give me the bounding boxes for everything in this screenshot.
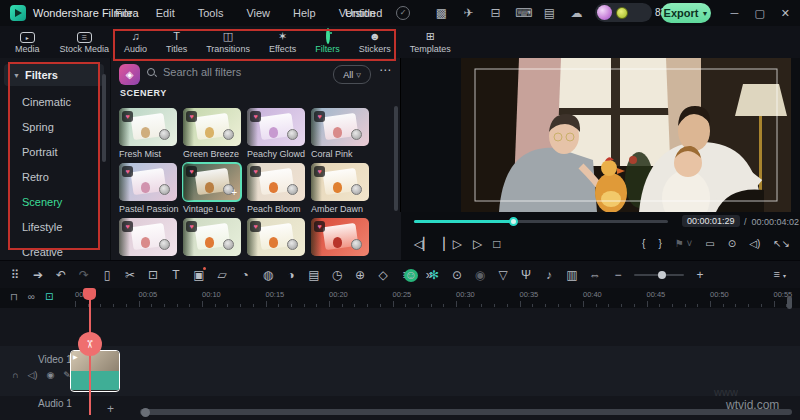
tab-audio[interactable]: ♫Audio [117, 30, 154, 54]
filter-card-pastel-passion[interactable]: ♥Pastel Passion [119, 163, 177, 214]
mask-button[interactable]: ▣ [192, 268, 206, 282]
filter-thumbnail[interactable]: ♥ [119, 163, 177, 201]
library-scrollbar[interactable] [394, 106, 398, 211]
video-clip[interactable] [70, 350, 120, 392]
sidebar-item-cinematic[interactable]: Cinematic [0, 90, 110, 115]
favorite-heart-icon[interactable]: ♥ [250, 166, 261, 177]
keyframe-button[interactable]: ◇ [376, 268, 390, 282]
favorite-heart-icon[interactable]: ♥ [314, 166, 325, 177]
link-clips-icon[interactable]: ∞ [28, 291, 35, 302]
timer-button[interactable]: ◷ [330, 268, 344, 282]
zoom-out-button[interactable]: − [611, 268, 625, 282]
stop-button[interactable]: □ [493, 237, 500, 251]
voiceover-button[interactable]: Ψ [519, 268, 533, 282]
filter-thumbnail[interactable]: ♥ [183, 218, 241, 256]
add-filter-icon[interactable]: + [231, 187, 237, 198]
playback-progress-bar[interactable] [414, 220, 668, 223]
favorite-heart-icon[interactable]: ♥ [122, 221, 133, 232]
my-media-button[interactable]: ◈ [119, 64, 140, 85]
track-visibility-icon[interactable]: ◉ [46, 370, 54, 380]
filter-thumbnail[interactable]: ♥+ [183, 163, 241, 201]
favorite-heart-icon[interactable]: ♥ [314, 111, 325, 122]
motion-track-button[interactable]: ⊕ [353, 268, 367, 282]
screen-record-button[interactable]: ▥ [565, 268, 579, 282]
favorite-heart-icon[interactable]: ♥ [250, 111, 261, 122]
account-pill[interactable] [595, 3, 652, 22]
gift-icon[interactable]: ▩ [434, 6, 449, 20]
split-button[interactable]: ✂ [123, 268, 137, 282]
playhead-pin[interactable] [83, 288, 96, 300]
tab-titles[interactable]: TTitles [159, 30, 194, 54]
favorite-heart-icon[interactable]: ♥ [186, 111, 197, 122]
favorite-heart-icon[interactable]: ♥ [186, 221, 197, 232]
shield-button[interactable]: ▽ [496, 268, 510, 282]
video-track-lane[interactable] [0, 346, 800, 396]
sidebar-header-filters[interactable]: ▼ Filters [4, 64, 104, 86]
auto-ripple-button[interactable]: ⇔ [588, 268, 602, 282]
preview-render-button[interactable]: ◉ [473, 268, 487, 282]
select-tool-icon[interactable]: ➔ [31, 268, 45, 282]
filter-card-amber-dawn[interactable]: ♥Amber Dawn [311, 163, 369, 214]
menu-help[interactable]: Help [293, 7, 316, 19]
camera-button[interactable]: ⊙ [450, 268, 464, 282]
scrollbar-handle[interactable] [141, 408, 150, 417]
timeline-vertical-scrollbar[interactable] [787, 296, 792, 309]
speed-button[interactable]: ◔ [238, 268, 252, 282]
search-box[interactable]: Search all filters [147, 66, 241, 78]
add-track-button[interactable]: + [107, 402, 114, 416]
adjust-button[interactable]: ▤ [307, 268, 321, 282]
track-mute-icon[interactable]: ◁) [27, 370, 37, 380]
favorite-heart-icon[interactable]: ♥ [186, 166, 197, 177]
ai-tools-button[interactable]: ✻ [427, 268, 441, 282]
filter-all-chip[interactable]: All▽ [333, 65, 371, 84]
filter-thumbnail[interactable]: ♥ [311, 108, 369, 146]
filter-card[interactable]: ♥ [119, 218, 177, 256]
sidebar-item-lifestyle[interactable]: Lifestyle [0, 215, 110, 240]
send-feedback-icon[interactable]: ✈ [461, 6, 476, 20]
filter-thumbnail[interactable]: ♥ [119, 108, 177, 146]
favorite-heart-icon[interactable]: ♥ [250, 221, 261, 232]
filter-card-coral-pink[interactable]: ♥Coral Pink [311, 108, 369, 159]
menu-edit[interactable]: Edit [156, 7, 175, 19]
more-options-button[interactable]: ⋯ [379, 63, 392, 77]
timeline-ruler[interactable]: ⊓∞⊡ 00:0000:0500:1000:1500:2000:2500:300… [0, 288, 800, 308]
save-icon[interactable]: ▤ [542, 6, 557, 20]
filter-card[interactable]: ♥ [247, 218, 305, 256]
avatar[interactable] [597, 5, 612, 20]
snapshot-button[interactable]: ⊙ [728, 238, 736, 249]
tab-templates[interactable]: ⊞Templates [403, 30, 458, 54]
filter-thumbnail[interactable]: ♥ [247, 108, 305, 146]
tab-transitions[interactable]: ◫Transitions [199, 30, 257, 54]
menu-view[interactable]: View [246, 7, 270, 19]
crop-button[interactable]: ⊡ [146, 268, 160, 282]
timeline-horizontal-scrollbar[interactable] [140, 409, 792, 415]
volume-button[interactable]: ◁) [749, 238, 760, 249]
duplicate-button[interactable]: ▱ [215, 268, 229, 282]
sidebar-item-spring[interactable]: Spring [0, 115, 110, 140]
zoom-in-button[interactable]: + [693, 268, 707, 282]
sidebar-item-portrait[interactable]: Portrait [0, 140, 110, 165]
previous-frame-button[interactable]: ◁▏ [414, 237, 432, 251]
fullscreen-button[interactable]: ↖↘ [773, 238, 790, 249]
close-button[interactable]: ✕ [781, 7, 790, 20]
zoom-slider[interactable] [634, 274, 684, 276]
marker-flag-button[interactable]: ⚑ ˅ [675, 238, 693, 249]
panel-layout-icon[interactable]: ⊟ [488, 6, 503, 20]
track-lock-icon[interactable]: ∩ [12, 370, 18, 380]
filter-card-green-breeze[interactable]: ♥Green Breeze [183, 108, 241, 159]
filter-card[interactable]: ♥ [311, 218, 369, 256]
filter-card-peach-bloom[interactable]: ♥Peach Bloom [247, 163, 305, 214]
tab-stock-media[interactable]: ☰Stock Media [53, 30, 117, 54]
restore-button[interactable]: ▢ [754, 7, 764, 20]
play-button[interactable]: ▷ [473, 237, 482, 251]
sidebar-scrollbar[interactable] [102, 74, 106, 162]
audio-stretch-button[interactable]: ♪ [542, 268, 556, 282]
text-tool-button[interactable]: T [169, 268, 183, 282]
export-button[interactable]: Export▼ [661, 3, 711, 23]
menu-file[interactable]: File [115, 7, 133, 19]
filter-card[interactable]: ♥ [183, 218, 241, 256]
chroma-key-button[interactable]: ◍ [261, 268, 275, 282]
menu-tools[interactable]: Tools [198, 7, 224, 19]
filter-thumbnail[interactable]: ♥ [311, 163, 369, 201]
progress-handle[interactable] [509, 217, 518, 226]
